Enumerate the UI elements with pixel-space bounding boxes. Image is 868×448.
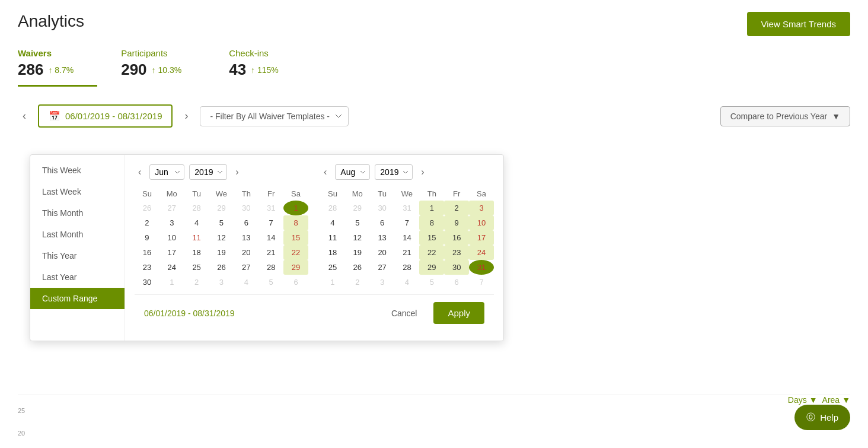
calendar-day[interactable]: 10 — [159, 230, 184, 245]
cal-left-next-button[interactable]: › — [232, 166, 242, 179]
calendar-day[interactable]: 14 — [395, 230, 420, 245]
calendar-day[interactable]: 29 — [419, 260, 444, 275]
calendar-day[interactable]: 13 — [370, 230, 395, 245]
calendar-day[interactable]: 17 — [469, 230, 494, 245]
cal-right-year-select[interactable]: 20172018201920202021 — [375, 164, 413, 180]
calendar-day[interactable]: 7 — [259, 215, 283, 230]
calendar-day[interactable]: 28 — [259, 260, 283, 275]
preset-this-year[interactable]: This Year — [30, 245, 125, 266]
calendar-day[interactable]: 3 — [159, 215, 184, 230]
calendar-day[interactable]: 28 — [320, 201, 345, 215]
calendar-day[interactable]: 29 — [209, 201, 234, 215]
calendar-day[interactable]: 29 — [345, 201, 370, 215]
preset-this-month[interactable]: This Month — [30, 202, 125, 224]
calendar-day[interactable]: 30 — [135, 275, 159, 290]
calendar-day[interactable]: 16 — [444, 230, 469, 245]
preset-last-week[interactable]: Last Week — [30, 181, 125, 202]
view-smart-trends-button[interactable]: View Smart Trends — [747, 12, 850, 36]
calendar-day[interactable]: 11 — [184, 230, 209, 245]
help-button[interactable]: ⓪ Help — [794, 405, 850, 430]
calendar-day[interactable]: 27 — [159, 201, 184, 215]
calendar-day[interactable]: 9 — [135, 230, 159, 245]
stat-participants[interactable]: Participants 290 ↑ 10.3% — [121, 48, 205, 87]
cal-right-next-button[interactable]: › — [417, 166, 427, 179]
calendar-day[interactable]: 1 — [320, 275, 345, 290]
preset-custom-range[interactable]: Custom Range — [30, 288, 125, 309]
calendar-day[interactable]: 23 — [135, 260, 159, 275]
calendar-day[interactable]: 25 — [184, 260, 209, 275]
calendar-day[interactable]: 7 — [469, 275, 494, 290]
calendar-day[interactable]: 15 — [419, 230, 444, 245]
calendar-day[interactable]: 1 — [159, 275, 184, 290]
calendar-day[interactable]: 18 — [184, 245, 209, 260]
calendar-day[interactable]: 30 — [370, 201, 395, 215]
calendar-day[interactable]: 31 — [469, 260, 494, 275]
calendar-day[interactable]: 2 — [444, 201, 469, 215]
calendar-day[interactable]: 5 — [209, 215, 234, 230]
calendar-day[interactable]: 2 — [345, 275, 370, 290]
calendar-day[interactable]: 23 — [444, 245, 469, 260]
calendar-day[interactable]: 31 — [259, 201, 283, 215]
calendar-day[interactable]: 3 — [209, 275, 234, 290]
area-button[interactable]: Area ▼ — [822, 395, 850, 405]
days-button[interactable]: Days ▼ — [788, 395, 818, 405]
stat-checkins[interactable]: Check-ins 43 ↑ 115% — [229, 48, 302, 87]
calendar-day[interactable]: 21 — [395, 245, 420, 260]
cal-left-year-select[interactable]: 20172018201920202021 — [189, 164, 227, 180]
calendar-day[interactable]: 26 — [135, 201, 159, 215]
calendar-day[interactable]: 12 — [345, 230, 370, 245]
calendar-day[interactable]: 5 — [345, 215, 370, 230]
cal-right-month-select[interactable]: JanFebMarApr MayJunJulAug SepOctNovDec — [335, 164, 370, 180]
calendar-day[interactable]: 6 — [370, 215, 395, 230]
cancel-button[interactable]: Cancel — [382, 304, 427, 323]
calendar-day[interactable]: 19 — [345, 245, 370, 260]
calendar-day[interactable]: 7 — [395, 215, 420, 230]
preset-last-year[interactable]: Last Year — [30, 266, 125, 288]
calendar-day[interactable]: 8 — [283, 215, 308, 230]
calendar-day[interactable]: 10 — [469, 215, 494, 230]
calendar-day[interactable]: 1 — [283, 201, 308, 215]
calendar-day[interactable]: 31 — [395, 201, 420, 215]
calendar-day[interactable]: 3 — [370, 275, 395, 290]
stat-waivers[interactable]: Waivers 286 ↑ 8.7% — [18, 48, 97, 87]
calendar-day[interactable]: 20 — [234, 245, 259, 260]
calendar-day[interactable]: 24 — [159, 260, 184, 275]
preset-last-month[interactable]: Last Month — [30, 224, 125, 245]
calendar-day[interactable]: 9 — [444, 215, 469, 230]
calendar-day[interactable]: 21 — [259, 245, 283, 260]
calendar-day[interactable]: 5 — [419, 275, 444, 290]
calendar-day[interactable]: 1 — [419, 201, 444, 215]
calendar-day[interactable]: 22 — [283, 245, 308, 260]
calendar-day[interactable]: 6 — [234, 215, 259, 230]
calendar-day[interactable]: 6 — [444, 275, 469, 290]
calendar-day[interactable]: 16 — [135, 245, 159, 260]
calendar-day[interactable]: 4 — [234, 275, 259, 290]
calendar-day[interactable]: 28 — [184, 201, 209, 215]
calendar-day[interactable]: 2 — [135, 215, 159, 230]
calendar-day[interactable]: 27 — [370, 260, 395, 275]
calendar-day[interactable]: 29 — [283, 260, 308, 275]
next-period-button[interactable]: › — [180, 107, 193, 125]
date-range-button[interactable]: 📅 06/01/2019 - 08/31/2019 — [38, 104, 173, 128]
calendar-day[interactable]: 22 — [419, 245, 444, 260]
calendar-day[interactable]: 4 — [320, 215, 345, 230]
cal-left-month-select[interactable]: JanFebMarApr MayJunJulAug SepOctNovDec — [149, 164, 184, 180]
apply-button[interactable]: Apply — [433, 302, 484, 324]
prev-period-button[interactable]: ‹ — [18, 107, 31, 125]
calendar-day[interactable]: 3 — [469, 201, 494, 215]
cal-right-prev-button[interactable]: ‹ — [320, 166, 330, 179]
calendar-day[interactable]: 25 — [320, 260, 345, 275]
preset-this-week[interactable]: This Week — [30, 160, 125, 181]
calendar-day[interactable]: 26 — [345, 260, 370, 275]
calendar-day[interactable]: 19 — [209, 245, 234, 260]
calendar-day[interactable]: 2 — [184, 275, 209, 290]
calendar-day[interactable]: 30 — [444, 260, 469, 275]
calendar-day[interactable]: 5 — [259, 275, 283, 290]
calendar-day[interactable]: 24 — [469, 245, 494, 260]
cal-left-prev-button[interactable]: ‹ — [135, 166, 145, 179]
calendar-day[interactable]: 20 — [370, 245, 395, 260]
calendar-day[interactable]: 4 — [395, 275, 420, 290]
calendar-day[interactable]: 28 — [395, 260, 420, 275]
calendar-day[interactable]: 27 — [234, 260, 259, 275]
calendar-day[interactable]: 4 — [184, 215, 209, 230]
